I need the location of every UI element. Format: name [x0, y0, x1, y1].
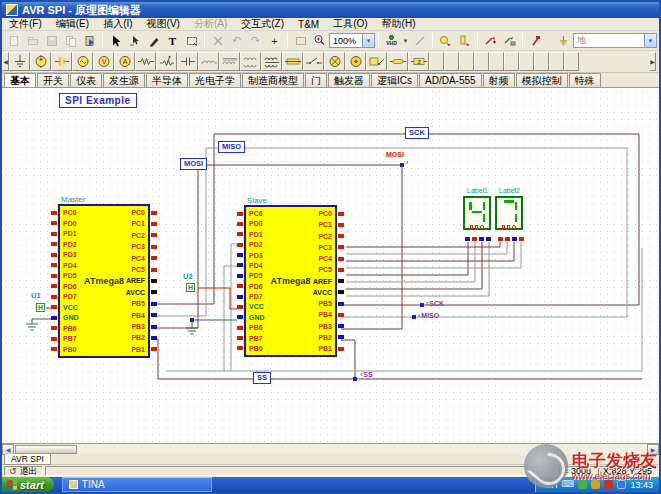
draw-line-button[interactable] [410, 32, 429, 49]
chip-pin[interactable]: PC2 [131, 232, 145, 239]
chip-pin[interactable]: PD2 [63, 241, 77, 248]
voltage-source-component[interactable] [30, 52, 51, 71]
chip-pin[interactable]: PD5 [249, 272, 263, 279]
chip-pin[interactable]: PC5 [318, 266, 332, 273]
menu-item[interactable]: 工具(O) [326, 17, 374, 31]
connector-ss[interactable]: ‹SS [360, 371, 373, 378]
palette-scroll-right[interactable]: ▶ [649, 52, 656, 71]
chip-pin[interactable]: AREF [313, 278, 332, 285]
language-indicator[interactable]: CH [544, 480, 557, 490]
chip-pin[interactable]: AVCC [313, 289, 332, 296]
relay-component[interactable] [366, 52, 387, 71]
net-label-mosi[interactable]: MOSI [180, 158, 207, 170]
chip-pin[interactable]: PC3 [318, 244, 332, 251]
chip-pin[interactable]: PD3 [249, 252, 263, 259]
sheet-tab[interactable]: AVR SPI [4, 454, 51, 465]
chip-pin[interactable]: PC4 [131, 255, 145, 262]
ammeter-component[interactable]: A [114, 52, 135, 71]
chip-pin[interactable]: PC4 [318, 255, 332, 262]
master-chip[interactable]: Master ATmega8 PC6PD0PD1PD2PD3PD4PD5PD6P… [58, 204, 150, 358]
tray-icon[interactable] [604, 480, 613, 489]
component-tab[interactable]: AD/DA-555 [419, 73, 482, 87]
connector-mosi[interactable]: MOSI [386, 151, 404, 158]
chip-pin[interactable]: PD1 [249, 231, 263, 238]
new-button[interactable] [4, 32, 23, 49]
delete-button[interactable] [208, 32, 227, 49]
transformer-component[interactable] [240, 52, 261, 71]
chip-pin[interactable]: PC1 [131, 220, 145, 227]
coupled-inductor-component[interactable] [219, 52, 240, 71]
chip-pin[interactable]: PB4 [318, 311, 332, 318]
interactive-lamp-button[interactable] [436, 32, 455, 49]
pen-tool-button[interactable] [144, 32, 163, 49]
chip-pin[interactable]: PB7 [63, 335, 77, 342]
chip-pin[interactable]: VCC [249, 303, 264, 310]
menu-item[interactable]: 视图(V) [140, 17, 187, 31]
ground-component[interactable] [9, 52, 30, 71]
component-tab[interactable]: 仪表 [70, 73, 102, 87]
voltage-generator-component[interactable] [72, 52, 93, 71]
chip-pin[interactable]: PC5 [131, 266, 145, 273]
chip-pin[interactable]: PC6 [63, 209, 77, 216]
add-point-button[interactable]: + [265, 32, 284, 49]
exit-panel[interactable]: ↺退出 [4, 466, 43, 476]
motor-component[interactable] [345, 52, 366, 71]
vhd-dropdown-button[interactable]: ▼ [401, 32, 410, 49]
title-bar[interactable]: AVR SPI - 原理图编辑器 [2, 2, 659, 18]
tray-icon[interactable] [578, 480, 587, 489]
seven-seg-display[interactable]: Label1 [463, 187, 492, 230]
component-tab[interactable]: 特殊 [569, 73, 601, 87]
voltmeter-component[interactable]: V [93, 52, 114, 71]
chip-pin[interactable]: GND [63, 314, 79, 321]
slave-chip[interactable]: Slave ATmega8 PC6PD0PD1PD2PD3PD4PD5PD6PD… [244, 205, 337, 357]
menu-item[interactable]: 分析(A) [187, 17, 234, 31]
vhd-mode-button[interactable]: VHD [382, 32, 401, 49]
transformer-center-component[interactable] [261, 52, 282, 71]
chip-pin[interactable]: PB0 [249, 345, 263, 352]
component-tab[interactable]: 发生源 [103, 73, 145, 87]
chip-pin[interactable]: PC2 [318, 233, 332, 240]
schematic-canvas[interactable]: SPI Example MOSI MISO SCK SS MOSI ‹ ‹SCK… [2, 88, 659, 443]
slave-high-node[interactable]: H [186, 283, 195, 292]
paste-button[interactable] [80, 32, 99, 49]
net-label-ss[interactable]: SS [253, 372, 271, 384]
undo-button[interactable]: ↶ [227, 32, 246, 49]
chip-pin[interactable]: PD4 [249, 262, 263, 269]
chip-pin[interactable]: PB4 [131, 312, 145, 319]
chip-pin[interactable]: PD6 [249, 283, 263, 290]
chip-pin[interactable]: PB7 [249, 335, 263, 342]
chip-pin[interactable]: PB2 [318, 334, 332, 341]
save-button[interactable] [42, 32, 61, 49]
open-button[interactable] [23, 32, 42, 49]
chip-pin[interactable]: PB0 [63, 346, 77, 353]
menu-item[interactable]: 插入(I) [96, 17, 139, 31]
add-probe-button[interactable] [481, 32, 500, 49]
chip-pin[interactable]: PD0 [63, 220, 77, 227]
taskbar-clock[interactable]: 13:43 [630, 480, 653, 490]
chevron-down-icon[interactable]: ▼ [362, 34, 374, 47]
net-label-miso[interactable]: MISO [218, 141, 245, 153]
interactive-meter-button[interactable] [455, 32, 474, 49]
component-tab[interactable]: 射频 [483, 73, 515, 87]
master-high-node[interactable]: H [36, 303, 45, 312]
menu-item[interactable]: 文件(F) [2, 17, 49, 31]
chip-pin[interactable]: PD7 [63, 293, 77, 300]
chip-pin[interactable]: GND [249, 314, 265, 321]
component-tab[interactable]: 制造商模型 [242, 73, 304, 87]
tray-icon[interactable] [617, 480, 626, 489]
component-tab[interactable]: 光电子学 [189, 73, 241, 87]
chip-pin[interactable]: PB3 [131, 323, 145, 330]
task-button[interactable]: TINA [62, 477, 212, 492]
capacitor-component[interactable] [177, 52, 198, 71]
select-region-button[interactable] [182, 32, 201, 49]
seven-seg-display[interactable]: Label2 [495, 187, 524, 230]
multimeter-button[interactable] [500, 32, 519, 49]
chip-pin[interactable]: VCC [63, 304, 78, 311]
chip-pin[interactable]: PB6 [63, 325, 77, 332]
text-tool-button[interactable]: T [163, 32, 182, 49]
resistor-component[interactable] [135, 52, 156, 71]
schematic-title-label[interactable]: SPI Example [59, 93, 137, 108]
keyboard-icon[interactable]: ⌨ [561, 480, 574, 489]
start-button[interactable]: start [2, 477, 54, 492]
chip-pin[interactable]: PD5 [63, 272, 77, 279]
